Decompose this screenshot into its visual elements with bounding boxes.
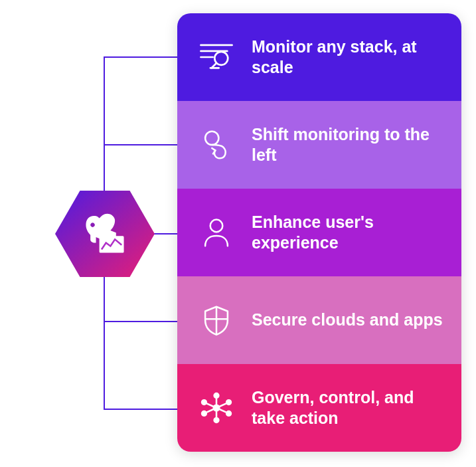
monitor-stack-icon	[196, 37, 237, 78]
loop-icon	[196, 124, 237, 165]
shield-icon	[196, 300, 237, 341]
user-icon	[196, 212, 237, 253]
feature-row-govern: Govern, control, and take action	[177, 364, 461, 452]
svg-point-9	[210, 220, 223, 233]
feature-row-monitor: Monitor any stack, at scale	[177, 13, 461, 101]
feature-row-secure: Secure clouds and apps	[177, 276, 461, 364]
feature-label: Enhance user's experience	[252, 212, 443, 254]
feature-label: Govern, control, and take action	[252, 387, 443, 429]
feature-row-shift-left: Shift monitoring to the left	[177, 101, 461, 189]
svg-point-8	[205, 132, 218, 145]
feature-label: Monitor any stack, at scale	[252, 37, 443, 78]
network-icon	[196, 387, 237, 428]
diagram-canvas: Monitor any stack, at scale Shift monito…	[0, 0, 476, 467]
feature-row-user-experience: Enhance user's experience	[177, 189, 461, 276]
feature-label: Shift monitoring to the left	[252, 124, 443, 166]
brand-hexagon	[55, 191, 155, 277]
feature-panel: Monitor any stack, at scale Shift monito…	[177, 13, 461, 452]
feature-label: Secure clouds and apps	[252, 310, 443, 330]
dog-chart-mascot-icon	[77, 206, 133, 262]
